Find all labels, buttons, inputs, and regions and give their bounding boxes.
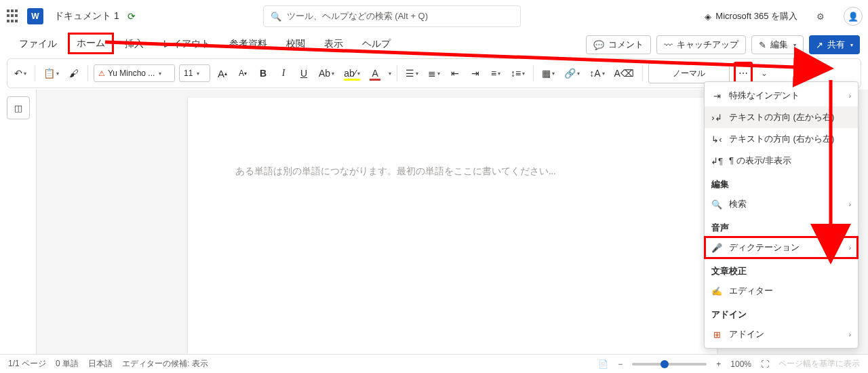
placeholder-text: ある単語は別の単語につながります。最初の単語をここに書いてください...: [235, 165, 669, 178]
document-title[interactable]: ドキュメント 1: [54, 10, 119, 22]
font-size-select[interactable]: 11▾: [179, 64, 210, 82]
section-editing: 編集: [705, 172, 858, 193]
decrease-indent-button[interactable]: ⇤: [447, 64, 463, 83]
chevron-down-icon: ▾: [850, 42, 853, 48]
word-count[interactable]: 0 単語: [56, 358, 79, 370]
bullets-button[interactable]: ☰▾: [403, 64, 421, 83]
menu-editor[interactable]: ✍エディター: [705, 280, 858, 302]
chevron-down-icon: ▾: [332, 71, 334, 77]
section-voice: 音声: [705, 215, 858, 237]
page-count[interactable]: 1/1 ページ: [8, 358, 46, 370]
numbering-button[interactable]: ≣▾: [425, 64, 443, 83]
editing-mode-button[interactable]: ✎編集▾: [751, 35, 804, 54]
menu-paragraph-marks[interactable]: ↲¶¶ の表示/非表示: [705, 150, 858, 172]
tab-review[interactable]: 校閲: [278, 34, 313, 54]
font-name-select[interactable]: ⚠Yu Mincho ...▾: [94, 64, 175, 82]
chevron-right-icon: ›: [849, 92, 851, 100]
catchup-button[interactable]: 〰キャッチアップ: [656, 35, 746, 54]
tab-layout[interactable]: レイアウト: [155, 34, 218, 54]
chevron-right-icon: ›: [849, 331, 851, 338]
search-icon: 🔍: [711, 199, 722, 210]
tab-view[interactable]: 表示: [316, 34, 351, 54]
italic-button[interactable]: I: [275, 64, 292, 83]
menu-label: ディクテーション: [729, 241, 800, 254]
navigation-pane-button[interactable]: ◫: [7, 96, 30, 119]
link-button[interactable]: 🔗▾: [561, 64, 583, 83]
ltr-icon: ›↲: [711, 112, 722, 123]
tab-references[interactable]: 参考資料: [221, 34, 275, 54]
addins-icon: ⊞: [711, 329, 722, 340]
text-effects-button[interactable]: Ab▾: [316, 64, 337, 83]
font-color-button[interactable]: A: [367, 64, 383, 83]
catchup-icon: 〰: [664, 40, 673, 50]
tab-insert[interactable]: 挿入: [117, 34, 152, 54]
comment-icon: 💬: [593, 40, 604, 50]
table-button[interactable]: ▦▾: [539, 64, 557, 83]
document-page[interactable]: ある単語は別の単語につながります。最初の単語をここに書いてください...: [188, 98, 717, 354]
chevron-right-icon: ›: [849, 201, 851, 208]
buy-m365-link[interactable]: ◈ Microsoft 365 を購入: [705, 10, 797, 22]
chevron-down-icon: ▾: [793, 42, 796, 48]
align-left-button[interactable]: ≡▾: [488, 64, 504, 83]
style-normal[interactable]: ノーマル: [648, 63, 730, 83]
chevron-down-icon: ▾: [389, 71, 391, 77]
increase-font-button[interactable]: A▴: [214, 64, 231, 83]
language-status[interactable]: 日本語: [88, 358, 113, 370]
editor-status[interactable]: エディターの候補: 表示: [122, 358, 208, 370]
clear-formatting-button[interactable]: A⌫: [612, 64, 637, 83]
menu-addins[interactable]: ⊞アドイン›: [705, 323, 858, 345]
share-icon: ↗: [816, 40, 823, 50]
menu-find[interactable]: 🔍検索›: [705, 193, 858, 215]
undo-button[interactable]: ↶▾: [12, 64, 29, 83]
menu-special-indent[interactable]: ⇥特殊なインデント›: [705, 85, 858, 106]
line-spacing-button[interactable]: ↕≡▾: [508, 64, 528, 83]
comments-button[interactable]: 💬コメント: [586, 35, 651, 54]
increase-indent-button[interactable]: ⇥: [467, 64, 484, 83]
tab-file[interactable]: ファイル: [11, 34, 65, 54]
account-avatar[interactable]: 👤: [844, 7, 863, 26]
warning-icon: ⚠: [98, 69, 105, 78]
reading-view-icon[interactable]: 📄: [598, 359, 608, 369]
highlight-button[interactable]: ab⁄▾: [341, 64, 363, 83]
menu-label: 特殊なインデント: [729, 90, 800, 102]
chevron-down-icon: ▾: [56, 71, 59, 77]
zoom-value[interactable]: 100%: [730, 359, 751, 369]
chevron-down-icon: ▾: [24, 71, 26, 77]
rtl-icon: ↳‹: [711, 134, 722, 144]
menu-dictate[interactable]: 🎤ディクテーション›: [705, 237, 858, 258]
paste-button[interactable]: 📋▾: [41, 64, 62, 83]
chevron-down-icon: ▾: [416, 71, 418, 77]
menu-label: テキストの方向 (左から右): [729, 111, 834, 123]
chevron-down-icon: ▾: [197, 71, 199, 77]
ribbon-overflow-panel: ⇥特殊なインデント› ›↲テキストの方向 (左から右) ↳‹テキストの方向 (右…: [704, 81, 859, 349]
decrease-font-button[interactable]: A▾: [235, 64, 251, 83]
menu-label: テキストの方向 (右から左): [729, 133, 834, 145]
share-button[interactable]: ↗共有▾: [809, 35, 860, 54]
zoom-thumb[interactable]: [660, 360, 669, 368]
zoom-slider[interactable]: [632, 363, 707, 366]
tab-home[interactable]: ホーム: [68, 33, 114, 54]
underline-button[interactable]: U: [296, 64, 312, 83]
tab-help[interactable]: ヘルプ: [354, 34, 399, 54]
search-input[interactable]: 🔍 ツール、ヘルプなどの検索 (Alt + Q): [263, 5, 521, 27]
settings-icon[interactable]: ⚙: [811, 7, 830, 26]
diamond-icon: ◈: [705, 12, 711, 22]
sort-button[interactable]: ↕A▾: [587, 64, 607, 83]
menu-text-direction-ltr[interactable]: ›↲テキストの方向 (左から右): [705, 106, 858, 128]
search-placeholder: ツール、ヘルプなどの検索 (Alt + Q): [287, 10, 428, 22]
catchup-label: キャッチアップ: [677, 39, 738, 51]
indent-icon: ⇥: [711, 90, 722, 101]
left-rail: ◫: [0, 90, 37, 354]
menu-text-direction-rtl[interactable]: ↳‹テキストの方向 (右から左): [705, 128, 858, 150]
format-painter-button[interactable]: 🖌: [66, 64, 82, 83]
section-proofing: 文章校正: [705, 258, 858, 280]
ribbon-collapse-button[interactable]: ⌄: [757, 68, 772, 78]
editing-label: 編集: [770, 39, 788, 51]
editor-icon: ✍: [711, 286, 722, 296]
bold-button[interactable]: B: [255, 64, 271, 83]
fit-width-button[interactable]: ⛶: [761, 359, 769, 369]
chevron-down-icon: ▾: [159, 71, 161, 77]
chevron-down-icon: ▾: [498, 71, 500, 77]
menu-label: エディター: [729, 285, 773, 297]
app-launcher-icon[interactable]: [5, 8, 22, 24]
